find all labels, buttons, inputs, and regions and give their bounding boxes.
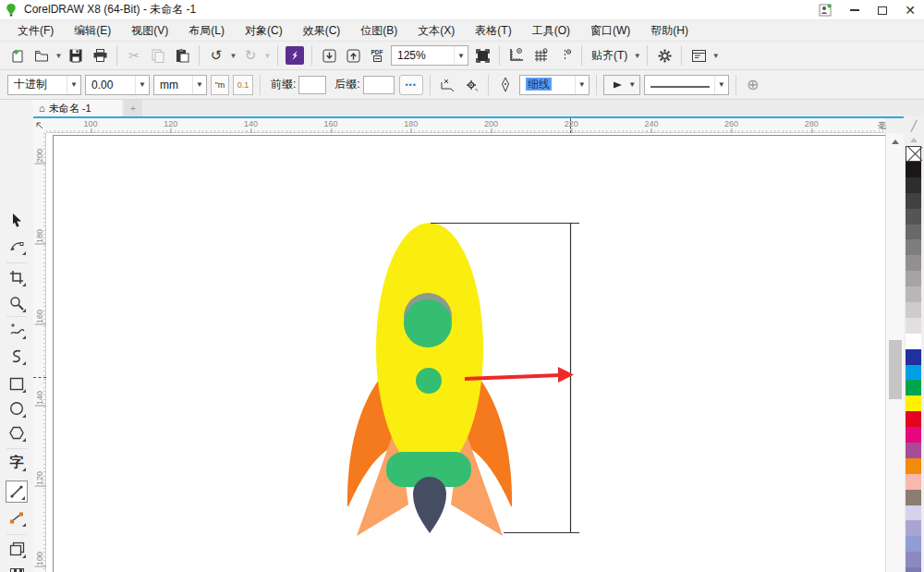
menu-item-6[interactable]: 位图(B) — [350, 20, 407, 41]
close-button[interactable]: ✕ — [896, 0, 924, 20]
show-units-button[interactable]: "m — [211, 75, 229, 95]
swatch-e5087f[interactable] — [906, 427, 921, 443]
document-tab[interactable]: ⌂ 未命名 -1 — [33, 100, 122, 116]
line-style-dropdown-icon[interactable]: ▼ — [714, 76, 728, 94]
freehand-tool[interactable] — [6, 319, 28, 341]
zoom-level-combo[interactable]: 125% ▼ — [391, 45, 468, 66]
import-button[interactable] — [318, 44, 340, 67]
rectangle-tool[interactable] — [6, 372, 28, 395]
application-launcher-button[interactable] — [687, 44, 710, 67]
swatch-cfcbcc[interactable] — [906, 302, 921, 318]
swatch-1b1718[interactable] — [906, 162, 921, 177]
swatch-2f2c2d[interactable] — [906, 177, 921, 193]
swatch-e30421[interactable] — [906, 411, 921, 427]
shape-tool[interactable] — [6, 235, 28, 257]
application-launcher-dropdown[interactable]: ▼ — [711, 44, 721, 67]
drop-shadow-tool[interactable] — [6, 538, 28, 560]
menu-item-1[interactable]: 编辑(E) — [64, 20, 121, 41]
swatch-fff200[interactable] — [906, 396, 921, 411]
outline-width-combo[interactable]: 细线 ▼ — [519, 75, 590, 95]
dimension-units-dropdown-icon[interactable]: ▼ — [192, 76, 206, 94]
open-dropdown[interactable]: ▼ — [54, 44, 64, 67]
dimension-units-combo[interactable]: mm ▼ — [153, 75, 207, 95]
swatch-8d89c0[interactable] — [906, 552, 921, 567]
scrollbar-thumb[interactable] — [889, 340, 902, 399]
swatch-e3dfe0[interactable] — [906, 318, 921, 334]
account-icon[interactable] — [809, 0, 841, 20]
undo-button[interactable]: ↺ — [205, 44, 227, 67]
menu-item-5[interactable]: 效果(C) — [293, 20, 351, 41]
snap-to-button[interactable]: 贴齐(T) — [588, 44, 631, 67]
zoom-tool[interactable] — [6, 292, 28, 314]
swatch-d5d3ea[interactable] — [906, 505, 921, 521]
fullscreen-preview-button[interactable] — [471, 44, 493, 67]
swatch-7f7c7d[interactable] — [906, 239, 921, 255]
rocket-window-small[interactable] — [416, 368, 442, 394]
swatch-575455[interactable] — [906, 209, 921, 225]
dimension-precision-combo[interactable]: 0.00 ▼ — [85, 75, 150, 95]
dimension-settings-button[interactable] — [460, 74, 482, 96]
text-position-button[interactable] — [436, 74, 458, 96]
swatch-7d7ab0[interactable] — [906, 567, 921, 572]
vertical-ruler[interactable]: 200180160140120100 — [33, 133, 46, 572]
pick-tool[interactable] — [6, 209, 28, 231]
save-button[interactable] — [65, 44, 87, 67]
menu-item-4[interactable]: 对象(C) — [235, 20, 293, 41]
menu-item-10[interactable]: 窗口(W) — [580, 20, 640, 41]
dynamic-dimensioning-button[interactable]: ••• — [399, 75, 423, 95]
tick-divisions-button[interactable]: 0.1 — [233, 75, 253, 95]
show-rulers-button[interactable] — [505, 44, 528, 67]
line-style-combo[interactable]: ▼ — [644, 75, 729, 95]
arrowhead-dropdown-icon[interactable]: ▼ — [626, 76, 639, 94]
quick-customize-button[interactable]: ⊕ — [742, 74, 764, 96]
vertical-scrollbar[interactable] — [885, 133, 904, 572]
swatch-a9a5d2[interactable] — [906, 520, 921, 536]
paste-button[interactable] — [171, 44, 193, 67]
menu-item-8[interactable]: 表格(T) — [465, 20, 521, 41]
ruler-origin[interactable] — [33, 118, 46, 133]
polygon-tool[interactable] — [6, 421, 28, 444]
swatch-bbb7b8[interactable] — [906, 286, 921, 302]
arrowhead-combo[interactable]: ▼ — [603, 75, 640, 95]
rocket-drawing[interactable] — [46, 133, 885, 572]
swatch-f7b9ad[interactable] — [906, 474, 921, 490]
options-button[interactable] — [653, 44, 675, 67]
swatch-00a0e4[interactable] — [906, 365, 921, 381]
palette-scroll-up[interactable] — [904, 133, 924, 146]
print-button[interactable] — [89, 44, 111, 67]
menu-item-9[interactable]: 工具(O) — [522, 20, 580, 41]
ellipse-tool[interactable] — [6, 397, 28, 420]
swatch-938f90[interactable] — [906, 255, 921, 271]
scroll-up-arrow[interactable] — [886, 135, 905, 148]
rocket-window-large[interactable] — [404, 299, 452, 347]
minimize-button[interactable] — [841, 0, 869, 20]
suffix-input[interactable] — [363, 76, 395, 94]
menu-item-2[interactable]: 视图(V) — [121, 20, 178, 41]
menu-item-0[interactable]: 文件(F) — [7, 20, 64, 41]
new-document-button[interactable] — [6, 44, 29, 67]
menu-item-3[interactable]: 布局(L) — [178, 20, 235, 41]
b-spline-tool[interactable] — [6, 345, 28, 367]
outline-width-dropdown-icon[interactable]: ▼ — [575, 76, 589, 94]
swatch-a7a3a4[interactable] — [906, 271, 921, 286]
publish-pdf-button[interactable]: PDF — [366, 44, 388, 67]
new-tab-button[interactable]: + — [124, 100, 142, 116]
menu-item-11[interactable]: 帮助(H) — [640, 20, 699, 41]
export-button[interactable] — [342, 44, 364, 67]
dimension-style-combo[interactable]: 十进制 ▼ — [7, 75, 81, 95]
swatch-8b7d72[interactable] — [906, 490, 921, 505]
prefix-input[interactable] — [298, 76, 326, 94]
crop-tool[interactable] — [6, 266, 28, 288]
swatch-ffffff[interactable] — [906, 334, 921, 349]
content-exchange-button[interactable] — [284, 44, 306, 67]
horizontal-ruler[interactable]: 毫米 100120140160180200220240260280 — [46, 118, 885, 133]
swatch-f28b0c[interactable] — [906, 458, 921, 474]
show-guidelines-button[interactable] — [553, 44, 576, 67]
connector-tool[interactable] — [6, 506, 28, 529]
swatch-8f9cd5[interactable] — [906, 536, 921, 552]
maximize-button[interactable] — [869, 0, 896, 20]
palette-pen-icon[interactable]: ╱ — [904, 118, 924, 133]
swatch-no-color[interactable] — [906, 146, 921, 162]
swatch-00a54f[interactable] — [906, 380, 921, 396]
rocket-flame[interactable] — [413, 477, 446, 533]
